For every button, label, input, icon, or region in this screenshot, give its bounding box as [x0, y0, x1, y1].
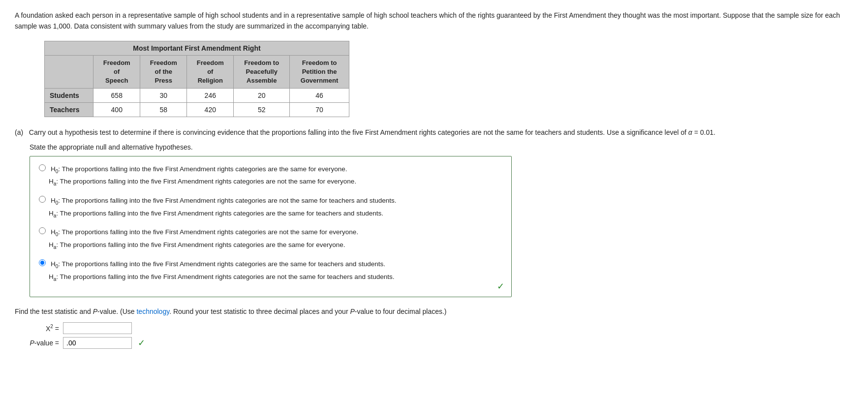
hypothesis-option-1: H0: The proportions falling into the fiv… [39, 163, 502, 188]
teachers-petition: 70 [290, 103, 349, 117]
students-press: 30 [140, 89, 187, 103]
col-header-religion: FreedomofReligion [187, 55, 234, 89]
hypothesis-option-4: H0: The proportions falling into the fiv… [39, 258, 502, 283]
students-religion: 246 [187, 89, 234, 103]
option1-ha: Ha: The proportions falling into the fiv… [49, 176, 356, 188]
pvalue-label: P-value = [25, 339, 59, 347]
option4-h0: H0: The proportions falling into the fiv… [51, 259, 385, 271]
teachers-press: 58 [140, 103, 187, 117]
technology-link[interactable]: technology [136, 308, 169, 315]
col-header-assemble: Freedom toPeacefullyAssemble [234, 55, 290, 89]
pvalue-checkmark: ✓ [138, 338, 145, 348]
row-label-teachers: Teachers [45, 103, 93, 117]
radio-option-4[interactable] [39, 259, 46, 266]
intro-text: A foundation asked each person in a repr… [15, 10, 851, 32]
radio-option-3[interactable] [39, 227, 46, 234]
teachers-religion: 420 [187, 103, 234, 117]
students-assemble: 20 [234, 89, 290, 103]
pvalue-input[interactable] [63, 337, 132, 349]
teachers-assemble: 52 [234, 103, 290, 117]
teachers-speech: 400 [93, 103, 140, 117]
data-table: Most Important First Amendment Right Fre… [44, 41, 349, 118]
x2-label: X2 = [25, 324, 59, 333]
hypothesis-options-box: H0: The proportions falling into the fiv… [30, 156, 512, 298]
table-row-teachers: Teachers 400 58 420 52 70 [45, 103, 349, 117]
students-petition: 46 [290, 89, 349, 103]
col-header-press: Freedomof thePress [140, 55, 187, 89]
pvalue-input-row: P-value = ✓ [25, 337, 853, 349]
option2-h0: H0: The proportions falling into the fiv… [51, 195, 396, 207]
table-row-students: Students 658 30 246 20 46 [45, 89, 349, 103]
col-header-petition: Freedom toPetition theGovernment [290, 55, 349, 89]
radio-option-2[interactable] [39, 196, 46, 203]
radio-option-1[interactable] [39, 164, 46, 171]
students-speech: 658 [93, 89, 140, 103]
hypothesis-option-2: H0: The proportions falling into the fiv… [39, 195, 502, 219]
option4-ha: Ha: The proportions falling into the fiv… [49, 272, 394, 283]
table-title: Most Important First Amendment Right [45, 41, 349, 55]
part-a-instruction: (a) Carry out a hypothesis test to deter… [15, 127, 853, 138]
row-label-students: Students [45, 89, 93, 103]
option3-ha: Ha: The proportions falling into the fiv… [49, 240, 345, 251]
option1-h0: H0: The proportions falling into the fiv… [51, 164, 347, 176]
col-header-speech: FreedomofSpeech [93, 55, 140, 89]
x2-input[interactable] [63, 322, 132, 334]
find-statistic-text: Find the test statistic and P-value. (Us… [15, 306, 853, 317]
col-header-empty [45, 55, 93, 89]
hypothesis-option-3: H0: The proportions falling into the fiv… [39, 226, 502, 251]
option3-h0: H0: The proportions falling into the fiv… [51, 227, 358, 239]
x2-input-row: X2 = [25, 322, 853, 334]
state-hypotheses-label: State the appropriate null and alternati… [30, 143, 853, 151]
option2-ha: Ha: The proportions falling into the fiv… [49, 208, 383, 220]
correct-checkmark: ✓ [497, 281, 504, 292]
